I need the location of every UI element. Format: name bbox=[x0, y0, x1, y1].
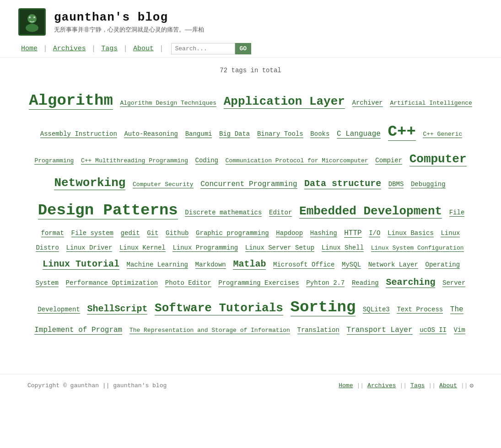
tag-item[interactable]: Big Data bbox=[219, 130, 250, 138]
tag-item[interactable]: Communication Protocol for Micorcomputer bbox=[226, 157, 368, 165]
tag-item[interactable]: Linux Kernel bbox=[119, 244, 166, 252]
tag-item[interactable]: Bangumi bbox=[185, 130, 212, 138]
footer-nav-about[interactable]: About bbox=[437, 382, 459, 389]
tag-item[interactable]: Programming Exercises bbox=[218, 279, 299, 287]
tag-item[interactable]: Network Layer bbox=[368, 261, 418, 269]
tag-item[interactable]: MySQL bbox=[342, 261, 361, 269]
tag-cloud: Algorithm Algorithm Design Techniques Ap… bbox=[27, 85, 474, 337]
tag-item[interactable]: Auto-Reasoning bbox=[124, 130, 178, 138]
tag-item[interactable]: Linux Server Setup bbox=[245, 244, 314, 252]
tag-item[interactable]: Linux Tutorial bbox=[43, 259, 119, 270]
tag-item[interactable]: Transport Layer bbox=[347, 326, 413, 335]
footer-nav-tags[interactable]: Tags bbox=[409, 382, 426, 389]
tags-count: 72 tags in total bbox=[27, 67, 474, 74]
tag-item[interactable]: Machine Learning bbox=[127, 261, 188, 269]
footer-nav-archives[interactable]: Archives bbox=[366, 382, 398, 389]
tag-item[interactable]: Hapdoop bbox=[276, 229, 303, 237]
svg-point-3 bbox=[29, 16, 31, 18]
tag-item[interactable]: Translation bbox=[297, 326, 339, 334]
tag-item[interactable]: Software Tutorials bbox=[155, 301, 283, 315]
tag-item[interactable]: Linux Driver bbox=[66, 244, 113, 252]
tag-item[interactable]: Data structure bbox=[304, 178, 381, 189]
tag-item[interactable]: Searching bbox=[386, 277, 435, 288]
tag-item[interactable]: Matlab bbox=[233, 259, 266, 270]
tag-item[interactable]: Linux Programming bbox=[172, 244, 238, 252]
search-input[interactable] bbox=[171, 43, 235, 54]
tag-item[interactable]: Markdown bbox=[195, 261, 226, 269]
tag-item[interactable]: Hashing bbox=[310, 229, 337, 237]
tag-item[interactable]: Compier bbox=[375, 157, 402, 165]
tag-item[interactable]: Vim bbox=[454, 326, 465, 334]
search-form: GO bbox=[171, 43, 252, 54]
svg-point-2 bbox=[26, 24, 38, 32]
tag-item[interactable]: Linux Shell bbox=[322, 244, 364, 252]
nav-sep-1: | bbox=[43, 45, 48, 53]
tag-item[interactable]: Coding bbox=[195, 157, 218, 165]
footer-nav-home[interactable]: Home bbox=[337, 382, 355, 389]
footer-nav-sep-2: || bbox=[400, 382, 407, 389]
tag-item[interactable]: Microsoft Office bbox=[273, 261, 334, 269]
site-subtitle: 无所事事并非宁静，心灵的空洞就是心灵的痛苦。——库柏 bbox=[54, 26, 204, 34]
nav-about[interactable]: About bbox=[130, 45, 156, 53]
tag-item[interactable]: Linux Basics bbox=[388, 229, 434, 237]
tag-item[interactable]: Assembly Instruction bbox=[40, 130, 117, 138]
nav-home[interactable]: Home bbox=[18, 45, 40, 53]
tag-item[interactable]: Github bbox=[166, 229, 189, 237]
tag-item[interactable]: SQLite3 bbox=[363, 306, 390, 314]
tag-item[interactable]: Pyhton 2.7 bbox=[306, 279, 345, 287]
nav-sep-2: | bbox=[92, 45, 96, 53]
nav-sep-3: | bbox=[123, 45, 128, 53]
tag-item[interactable]: Books bbox=[310, 130, 329, 138]
tag-item[interactable]: Performance Optimization bbox=[66, 279, 158, 287]
tag-item[interactable]: gedit bbox=[121, 229, 140, 237]
tag-item[interactable]: Linux System Configuration bbox=[371, 245, 464, 252]
tag-item[interactable]: Design Patterns bbox=[38, 202, 178, 219]
main-nav: Home | Archives | Tags | About | GO bbox=[0, 40, 501, 58]
tag-item[interactable]: Reading bbox=[352, 279, 379, 287]
tag-item[interactable]: Embedded Development bbox=[299, 204, 442, 219]
tag-item[interactable]: Editor bbox=[269, 209, 292, 217]
tag-item[interactable]: Algorithm Design Techniques bbox=[120, 100, 216, 107]
tag-item[interactable]: Graphic programming bbox=[196, 229, 269, 237]
nav-sep-4: | bbox=[159, 45, 164, 53]
svg-point-4 bbox=[33, 16, 35, 18]
gear-icon[interactable]: ⚙ bbox=[470, 382, 474, 389]
tag-item[interactable]: Debugging bbox=[411, 181, 446, 188]
main-content: 72 tags in total Algorithm Algorithm Des… bbox=[0, 58, 501, 356]
nav-tags[interactable]: Tags bbox=[98, 45, 120, 53]
tag-item[interactable]: ShellScript bbox=[87, 304, 147, 315]
tag-item[interactable]: HTTP bbox=[344, 229, 361, 238]
nav-archives[interactable]: Archives bbox=[50, 45, 89, 53]
tag-item[interactable]: File system bbox=[71, 229, 113, 237]
avatar bbox=[18, 8, 46, 36]
tag-item[interactable]: Concurrent Programming bbox=[200, 180, 297, 189]
footer: Copyright © gaunthan || gaunthan's blog … bbox=[0, 374, 501, 397]
tag-item[interactable]: C++ Multithreading Programming bbox=[81, 157, 188, 165]
footer-nav: Home || Archives || Tags || About || ⚙ bbox=[337, 382, 474, 389]
tag-item[interactable]: Archiver bbox=[352, 99, 383, 107]
tag-item[interactable]: Text Process bbox=[397, 306, 443, 314]
footer-copyright: Copyright © gaunthan || gaunthan's blog bbox=[27, 382, 167, 389]
tag-item[interactable]: DBMS bbox=[388, 181, 404, 188]
footer-nav-sep-3: || bbox=[428, 382, 436, 389]
header: gaunthan's blog 无所事事并非宁静，心灵的空洞就是心灵的痛苦。——… bbox=[0, 0, 501, 40]
tag-item[interactable]: Binary Tools bbox=[257, 130, 303, 138]
search-button[interactable]: GO bbox=[235, 43, 252, 54]
tag-item[interactable]: C Language bbox=[337, 130, 381, 139]
tag-item[interactable]: Artificial Intelligence bbox=[390, 100, 472, 107]
tag-item[interactable]: Git bbox=[147, 229, 158, 237]
tag-item[interactable]: Sorting bbox=[291, 299, 356, 316]
tag-item[interactable]: Discrete mathematics bbox=[185, 209, 262, 217]
site-title: gaunthan's blog bbox=[54, 11, 204, 24]
tag-item[interactable]: Photo Editor bbox=[165, 279, 211, 287]
tag-item[interactable]: C++ bbox=[388, 123, 416, 141]
footer-nav-sep-1: || bbox=[356, 382, 364, 389]
footer-nav-sep-4: || bbox=[461, 382, 468, 389]
tag-item[interactable]: Application Layer bbox=[224, 95, 345, 109]
tag-item[interactable]: Computer Security bbox=[133, 181, 194, 188]
tag-item[interactable]: The Representation and Storage of Inform… bbox=[129, 327, 290, 334]
tag-item[interactable]: ucOS II bbox=[420, 326, 447, 334]
header-text: gaunthan's blog 无所事事并非宁静，心灵的空洞就是心灵的痛苦。——… bbox=[54, 11, 204, 34]
tag-item[interactable]: I/O bbox=[369, 229, 380, 237]
tag-item[interactable]: Algorithm bbox=[29, 92, 113, 110]
